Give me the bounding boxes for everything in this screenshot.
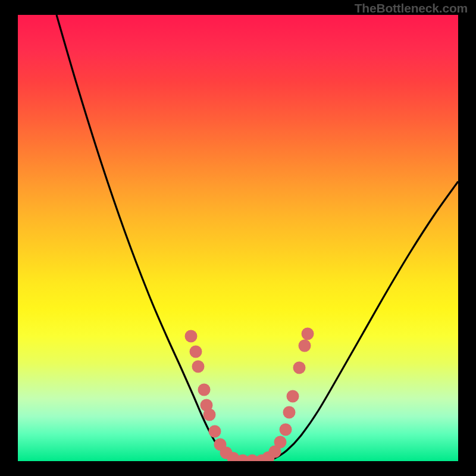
marker-dot: [192, 361, 205, 373]
marker-dot: [203, 409, 216, 421]
plot-area: [18, 15, 458, 461]
marker-dot: [287, 390, 299, 403]
marker-dot: [280, 424, 292, 436]
marker-dot: [293, 362, 306, 374]
marker-dot: [190, 346, 202, 358]
marker-dot: [302, 328, 314, 340]
marker-dot: [185, 330, 198, 343]
marker-dot: [209, 425, 221, 438]
watermark-label: TheBottleneck.com: [355, 1, 468, 15]
bottleneck-curve: [57, 15, 458, 461]
chart-frame: TheBottleneck.com: [0, 0, 476, 476]
curve-svg: [18, 15, 458, 461]
marker-dot: [299, 340, 311, 352]
marker-dot: [283, 406, 296, 419]
marker-dot: [274, 436, 287, 449]
marker-dot: [198, 384, 211, 396]
valley-markers: [185, 328, 314, 462]
